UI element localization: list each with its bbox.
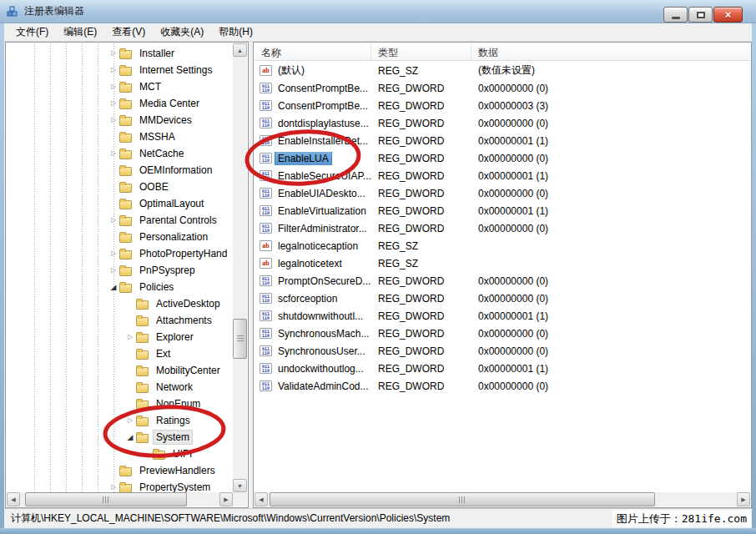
column-header[interactable]: 数据 [471, 43, 750, 60]
tree-node[interactable]: MMDevices [7, 112, 233, 128]
tree-node[interactable]: NetCache [7, 145, 233, 162]
scroll-thumb[interactable] [270, 492, 655, 506]
tree-node[interactable]: NonEnum [7, 395, 233, 412]
maximize-button[interactable] [688, 7, 713, 23]
expander-icon[interactable] [108, 45, 119, 62]
value-name: SynchronousMach... [275, 327, 371, 340]
tree-node-label: Network [154, 380, 195, 394]
registry-value-row[interactable]: EnableVirtualization REG_DWORD 0x0000000… [255, 202, 750, 219]
registry-value-row[interactable]: ValidateAdminCod... REG_DWORD 0x00000000… [255, 377, 750, 395]
expander-icon[interactable] [108, 95, 119, 112]
menu-item[interactable]: 编辑(E) [56, 23, 104, 42]
scroll-down-button[interactable]: ▼ [233, 479, 247, 492]
value-data: 0x00000000 (0) [471, 223, 750, 234]
expander-icon[interactable] [108, 212, 119, 229]
value-name-cell: legalnoticetext [255, 257, 371, 270]
value-type: REG_DWORD [371, 345, 471, 357]
tree-node[interactable]: ActiveDesktop [7, 295, 233, 312]
column-header[interactable]: 类型 [371, 43, 471, 60]
folder-icon [119, 284, 132, 293]
value-name-cell: SynchronousMach... [255, 327, 371, 340]
folder-icon [119, 267, 132, 276]
tree-node[interactable]: PnPSysprep [7, 262, 233, 279]
menu-item[interactable]: 帮助(H) [211, 23, 260, 42]
tree-node[interactable]: Attachments [7, 312, 233, 329]
menu-item[interactable]: 收藏夹(A) [153, 23, 211, 42]
close-button[interactable]: × [713, 7, 743, 23]
registry-value-row[interactable]: EnableInstallerDet... REG_DWORD 0x000000… [255, 132, 750, 149]
registry-value-row[interactable]: legalnoticecaption REG_SZ [255, 237, 750, 254]
value-name: dontdisplaylastuse... [275, 117, 371, 130]
registry-value-row[interactable]: EnableLUA REG_DWORD 0x00000000 (0) [255, 149, 750, 167]
registry-value-row[interactable]: SynchronousMach... REG_DWORD 0x00000000 … [255, 325, 750, 342]
tree-node[interactable]: Internet Settings [7, 62, 233, 78]
tree-node[interactable]: Explorer [7, 329, 233, 345]
scroll-left-button[interactable]: ◀ [255, 492, 268, 506]
registry-value-row[interactable]: PromptOnSecureD... REG_DWORD 0x00000000 … [255, 272, 750, 290]
value-name: ConsentPromptBe... [275, 82, 370, 95]
tree-node[interactable]: Policies [7, 279, 233, 295]
registry-value-row[interactable]: legalnoticetext REG_SZ [255, 254, 750, 272]
expander-icon[interactable] [124, 412, 136, 429]
tree-node[interactable]: OOBE [7, 179, 233, 195]
registry-value-row[interactable]: ConsentPromptBe... REG_DWORD 0x00000000 … [255, 79, 750, 97]
folder-icon [136, 300, 149, 310]
value-type-icon [260, 293, 272, 304]
tree-node[interactable]: PhotoPropertyHand [7, 245, 233, 262]
title-bar[interactable]: 注册表编辑器 × [0, 0, 756, 23]
expander-icon[interactable] [108, 112, 119, 128]
tree-node[interactable]: OEMInformation [7, 162, 233, 179]
registry-value-row[interactable]: undockwithoutlog... REG_DWORD 0x00000001… [255, 360, 750, 377]
expander-icon[interactable] [108, 262, 119, 279]
expander-icon[interactable] [108, 279, 119, 296]
menu-item[interactable]: 查看(V) [104, 23, 153, 42]
scroll-left-button[interactable]: ◀ [7, 492, 20, 506]
registry-value-row[interactable]: scforceoption REG_DWORD 0x00000000 (0) [255, 290, 750, 307]
tree-node[interactable]: Media Center [7, 95, 233, 112]
tree-node[interactable]: OptimalLayout [7, 195, 233, 212]
tree-node[interactable]: Installer [7, 45, 233, 62]
tree-node[interactable]: MobilityCenter [7, 362, 233, 379]
expander-icon[interactable] [124, 429, 136, 446]
expander-icon[interactable] [124, 329, 136, 345]
tree-node[interactable]: Personalization [7, 229, 233, 245]
tree-node[interactable]: MCT [7, 78, 233, 95]
tree-node[interactable]: Parental Controls [7, 212, 233, 229]
tree-node[interactable]: PropertySystem [7, 479, 233, 492]
tree-vertical-scrollbar[interactable]: ▲ ▼ [233, 43, 247, 492]
registry-value-row[interactable]: EnableUIADeskto... REG_DWORD 0x00000000 … [255, 184, 750, 202]
expander-icon[interactable] [108, 145, 119, 162]
tree-node[interactable]: Ratings [7, 412, 233, 429]
registry-value-row[interactable]: (默认) REG_SZ (数值未设置) [255, 62, 750, 79]
scroll-up-button[interactable]: ▲ [233, 43, 247, 57]
registry-value-row[interactable]: EnableSecureUIAP... REG_DWORD 0x00000001… [255, 167, 750, 184]
tree-node[interactable]: MSSHA [7, 128, 233, 145]
registry-value-row[interactable]: shutdownwithoutl... REG_DWORD 0x00000001… [255, 307, 750, 325]
scroll-thumb[interactable] [233, 319, 247, 359]
tree-horizontal-scrollbar[interactable]: ◀ ▶ [7, 492, 233, 506]
expander-icon[interactable] [108, 245, 119, 262]
expander-icon[interactable] [108, 62, 119, 78]
tree-node[interactable]: Ext [7, 345, 233, 362]
minimize-icon [672, 17, 680, 19]
registry-value-row[interactable]: FilterAdministrator... REG_DWORD 0x00000… [255, 219, 750, 237]
value-name-cell: PromptOnSecureD... [255, 275, 371, 288]
value-type: REG_SZ [371, 240, 471, 252]
expander-icon[interactable] [108, 479, 119, 492]
tree-node[interactable]: PreviewHandlers [7, 462, 233, 479]
list-horizontal-scrollbar[interactable]: ◀ ▶ [255, 492, 750, 506]
scroll-thumb[interactable] [25, 492, 187, 506]
expander-icon[interactable] [108, 78, 119, 95]
minimize-button[interactable] [663, 7, 688, 23]
scroll-right-button[interactable]: ▶ [737, 492, 750, 506]
registry-value-row[interactable]: SynchronousUser... REG_DWORD 0x00000000 … [255, 342, 750, 360]
column-header[interactable]: 名称 [255, 43, 371, 60]
tree-node[interactable]: Network [7, 379, 233, 395]
tree-node[interactable]: UIPI [7, 446, 233, 462]
registry-value-row[interactable]: ConsentPromptBe... REG_DWORD 0x00000003 … [255, 97, 750, 114]
scroll-right-button[interactable]: ▶ [219, 492, 233, 506]
tree-node[interactable]: System [7, 429, 233, 446]
registry-value-row[interactable]: dontdisplaylastuse... REG_DWORD 0x000000… [255, 114, 750, 132]
menu-item[interactable]: 文件(F) [8, 23, 56, 42]
value-name-cell: FilterAdministrator... [255, 222, 371, 235]
